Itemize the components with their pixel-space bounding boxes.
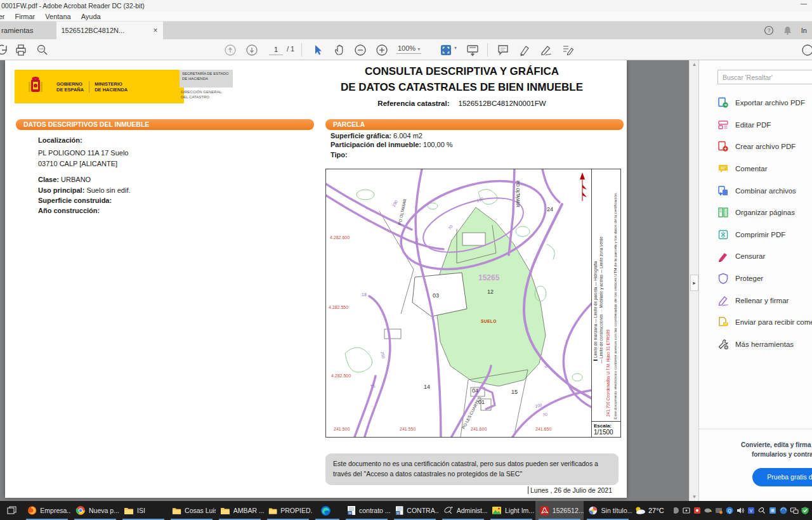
print-icon[interactable] bbox=[14, 43, 28, 57]
taskbar-folder-propiedades[interactable]: PROPIED... bbox=[264, 501, 312, 520]
svg-text:70: 70 bbox=[542, 412, 548, 417]
save-icon[interactable] bbox=[0, 43, 9, 57]
network-icon[interactable] bbox=[790, 506, 799, 515]
taskbar-edge[interactable] bbox=[312, 501, 343, 520]
fit-page-icon[interactable] bbox=[439, 43, 453, 57]
fill-sign-icon[interactable] bbox=[561, 43, 575, 57]
antivirus-shield-icon[interactable] bbox=[801, 506, 809, 515]
localizacion-line2: 03710 CALP [ALICANTE] bbox=[38, 160, 117, 167]
tray-icon-6[interactable]: Q bbox=[725, 506, 734, 515]
tab-bar: ramientas 1526512BC4812N... × ? In bbox=[0, 22, 812, 39]
page-number-input[interactable] bbox=[269, 44, 283, 55]
taskbar-light-image[interactable]: Light Im... bbox=[487, 501, 535, 520]
tool-exportar-pdf[interactable]: Exportar archivo PDF bbox=[699, 92, 812, 114]
tab-document-label: 1526512BC4812N... bbox=[62, 27, 125, 34]
tools-search-input[interactable] bbox=[717, 70, 812, 84]
taskbar-sin-titulo[interactable]: Sin título... bbox=[584, 501, 632, 520]
menu-ventana[interactable]: Ventana bbox=[45, 13, 70, 20]
sidebar-expand-icon[interactable]: ▸ bbox=[690, 275, 698, 291]
notifications-bell-icon[interactable] bbox=[783, 25, 792, 36]
taskbar-word-contrato[interactable]: W contrato ... bbox=[343, 501, 391, 520]
tray-icon-4[interactable] bbox=[704, 506, 712, 515]
page-count-label: / 1 bbox=[287, 45, 294, 53]
help-icon[interactable]: ? bbox=[764, 25, 774, 36]
cadastral-map: 24 15265 12 SUELO 03 14 04 01 15 4.282.6… bbox=[325, 169, 621, 438]
menu-ayuda[interactable]: Ayuda bbox=[81, 13, 101, 20]
sign-in-link[interactable]: In bbox=[801, 27, 807, 34]
north-arrow-icon bbox=[580, 172, 587, 201]
taskbar-folder-isi[interactable]: ISI bbox=[119, 501, 167, 520]
document-title: CONSULTA DESCRIPTIVA Y GRÁFICA DE DATOS … bbox=[297, 65, 627, 107]
search-loupe-icon[interactable] bbox=[36, 43, 49, 57]
zoom-out-icon[interactable] bbox=[353, 43, 367, 57]
zoom-caret-icon: ▾ bbox=[417, 46, 420, 52]
protect-shield-icon bbox=[717, 273, 729, 284]
select-tool-icon[interactable] bbox=[311, 43, 325, 57]
map-parcel-ref-label: 15265 bbox=[478, 273, 500, 282]
tool-editar-pdf[interactable]: Editar PDF bbox=[699, 114, 812, 136]
taskbar-chrome[interactable]: Nueva p... bbox=[71, 501, 119, 520]
tool-mas-herramientas[interactable]: Más herramientas bbox=[699, 334, 812, 356]
taskbar-word-contratos[interactable]: W CONTRA... bbox=[391, 501, 439, 520]
tool-organizar-paginas[interactable]: Organizar páginas bbox=[699, 202, 812, 224]
tool-crear-pdf[interactable]: Crear archivo PDF bbox=[699, 136, 812, 158]
tray-icon-9[interactable] bbox=[757, 506, 766, 515]
secretaria-label: SECRETARÍA DE ESTADODE HACIENDA bbox=[180, 70, 233, 88]
taskbar-acrobat-active[interactable]: 1526512... bbox=[535, 501, 584, 520]
map-parcel-03-shape bbox=[412, 273, 467, 316]
menu-ver[interactable]: Ver bbox=[0, 13, 5, 20]
tool-comentar[interactable]: Comentar bbox=[699, 158, 812, 180]
word-doc-icon: W bbox=[395, 505, 403, 516]
menu-firmar[interactable]: Firmar bbox=[15, 13, 36, 20]
highlighter-icon[interactable] bbox=[518, 43, 532, 57]
gobierno-banner: GOBIERNODE ESPAÑA MINISTERIODE HACIENDA bbox=[15, 70, 184, 103]
direccion-catastro-label: DIRECCIÓN GENERALDEL CATASTRO bbox=[181, 90, 234, 100]
tab-herramientas[interactable]: ramientas bbox=[0, 22, 45, 39]
tray-icon-1[interactable] bbox=[674, 506, 680, 515]
minimize-button[interactable]: — bbox=[801, 0, 807, 7]
scroll-up-icon[interactable]: ▲ bbox=[690, 62, 699, 67]
tab-close-icon[interactable]: × bbox=[153, 26, 157, 35]
superficie-grafica-row: Superficie gráfica: 6.004 m2 bbox=[331, 132, 422, 140]
tray-icon-5[interactable] bbox=[714, 506, 723, 515]
volume-icon[interactable] bbox=[736, 506, 745, 515]
tab-document[interactable]: 1526512BC4812N... × bbox=[56, 22, 163, 39]
taskbar-folder-ambar[interactable]: AMBAR ... bbox=[216, 501, 264, 520]
fit-page-caret-icon[interactable]: ▾ bbox=[454, 45, 457, 51]
tray-icon-2[interactable] bbox=[682, 506, 691, 515]
tray-icon-11[interactable] bbox=[779, 506, 788, 515]
tool-combinar-archivos[interactable]: Combinar archivos bbox=[699, 179, 812, 202]
task-view-icon[interactable] bbox=[0, 501, 23, 520]
next-page-icon[interactable] bbox=[245, 43, 259, 57]
tool-comprimir-pdf[interactable]: Comprimir PDF bbox=[699, 224, 812, 246]
redact-icon bbox=[717, 250, 729, 262]
hand-tool-icon[interactable] bbox=[332, 43, 346, 57]
zoom-in-icon[interactable] bbox=[375, 43, 389, 57]
tool-proteger[interactable]: Proteger bbox=[699, 268, 812, 290]
search-tools-icon[interactable] bbox=[801, 43, 812, 57]
taskbar-firefox[interactable]: Empresa... bbox=[23, 501, 71, 520]
weather-icon bbox=[634, 506, 646, 515]
taskbar-folder-cosas-luis[interactable]: Cosas Luis bbox=[167, 501, 216, 520]
free-trial-button[interactable]: Prueba gratis de 7 día bbox=[752, 468, 812, 486]
edge-icon bbox=[320, 505, 331, 516]
tray-icon-8[interactable]: V bbox=[747, 506, 756, 515]
previous-page-icon[interactable] bbox=[223, 43, 237, 57]
fit-width-icon[interactable] bbox=[466, 43, 480, 57]
svg-text:W: W bbox=[348, 511, 352, 515]
taskbar-administracion[interactable]: Administ... bbox=[439, 501, 487, 520]
sign-icon[interactable] bbox=[539, 43, 553, 57]
zoom-level-dropdown[interactable]: 100% ▾ bbox=[396, 44, 421, 54]
taskbar-weather[interactable]: 27°C bbox=[632, 501, 674, 520]
comment-icon[interactable] bbox=[496, 43, 510, 57]
svg-text:4.282.600: 4.282.600 bbox=[330, 235, 350, 240]
sidebar-divider bbox=[699, 429, 812, 429]
tool-censurar[interactable]: Censurar bbox=[699, 245, 812, 268]
vertical-scrollbar[interactable]: ▲ ▼ ▸ bbox=[689, 60, 698, 501]
tool-rellenar-firmar[interactable]: Rellenar y firmar bbox=[699, 289, 812, 311]
tray-icon-3[interactable] bbox=[693, 506, 702, 515]
tool-enviar-comentarios[interactable]: Enviar para recibir come bbox=[699, 311, 812, 334]
tools-sidebar: Exportar archivo PDF Editar PDF Crear ar… bbox=[698, 60, 812, 501]
tray-icon-10[interactable] bbox=[768, 506, 777, 515]
scroll-down-icon[interactable]: ▼ bbox=[690, 494, 699, 500]
